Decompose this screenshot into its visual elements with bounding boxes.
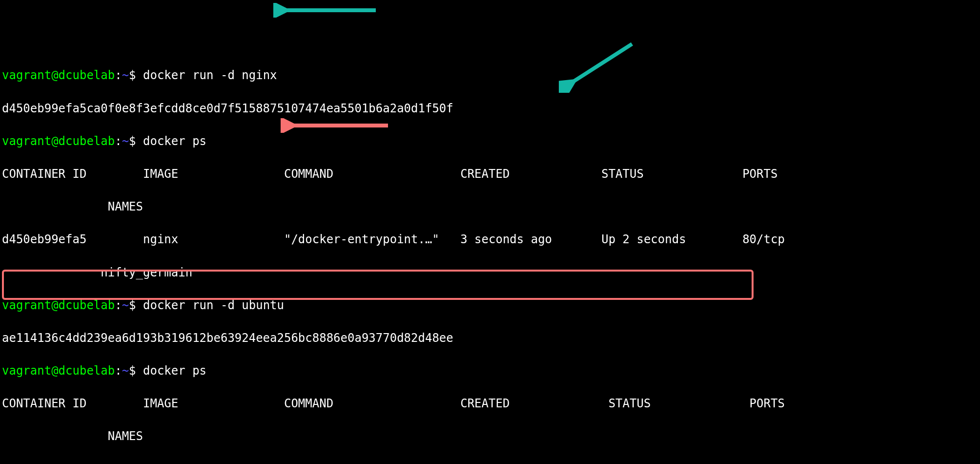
ps2-row1: d450eb99efa5 nginx "/docker-entrypoint.……	[2, 462, 978, 464]
prompt-colon: :	[115, 364, 122, 378]
prompt-colon: :	[115, 68, 122, 82]
prompt-tilde: ~	[122, 364, 129, 378]
prompt-line-2[interactable]: vagrant@dcubelab:~$ docker ps	[2, 133, 978, 150]
prompt-dollar: $	[129, 134, 143, 148]
command-text: docker run -d nginx	[143, 68, 277, 82]
command-text: docker run -d ubuntu	[143, 298, 284, 312]
ps2-header: CONTAINER ID IMAGE COMMAND CREATED STATU…	[2, 396, 978, 412]
ps1-row1b: nifty_germain	[2, 265, 978, 281]
ps1-header: CONTAINER ID IMAGE COMMAND CREATED STATU…	[2, 166, 978, 183]
ps1-row1: d450eb99efa5 nginx "/docker-entrypoint.……	[2, 232, 978, 248]
prompt-user: vagrant@dcubelab	[2, 68, 115, 82]
prompt-user: vagrant@dcubelab	[2, 364, 115, 378]
annotation-arrow-teal-2	[559, 39, 637, 93]
prompt-user: vagrant@dcubelab	[2, 134, 115, 148]
ps1-header2: NAMES	[2, 199, 978, 215]
prompt-dollar: $	[129, 364, 143, 378]
output-hash1: d450eb99efa5ca0f0e8f3efcdd8ce0d7f5158875…	[2, 101, 978, 117]
annotation-arrow-red	[281, 118, 393, 133]
output-hash2: ae114136c4dd239ea6d193b319612be63924eea2…	[2, 330, 978, 347]
prompt-line-1[interactable]: vagrant@dcubelab:~$ docker run -d nginx	[2, 67, 978, 84]
prompt-line-4[interactable]: vagrant@dcubelab:~$ docker ps	[2, 363, 978, 380]
prompt-colon: :	[115, 134, 122, 148]
prompt-tilde: ~	[122, 298, 129, 312]
command-text: docker ps	[143, 364, 206, 378]
annotation-arrow-teal-1	[273, 3, 381, 18]
prompt-colon: :	[115, 298, 122, 312]
prompt-user: vagrant@dcubelab	[2, 298, 115, 312]
command-text: docker ps	[143, 134, 206, 148]
prompt-line-3[interactable]: vagrant@dcubelab:~$ docker run -d ubuntu	[2, 297, 978, 314]
prompt-dollar: $	[129, 68, 143, 82]
prompt-tilde: ~	[122, 134, 129, 148]
prompt-tilde: ~	[122, 68, 129, 82]
ps2-header2: NAMES	[2, 428, 978, 445]
prompt-dollar: $	[129, 298, 143, 312]
